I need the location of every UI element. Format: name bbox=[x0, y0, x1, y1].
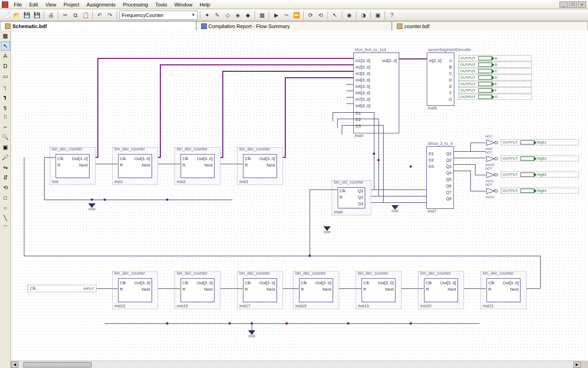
block-bin-dec-counter-inst21[interactable]: bin_dec_counter ClkROut[3..0]Next inst21 bbox=[481, 271, 526, 309]
menu-view[interactable]: View bbox=[42, 1, 60, 8]
redo-icon[interactable]: ↷ bbox=[105, 11, 114, 20]
output-pin-c[interactable]: OUTPUTC bbox=[458, 68, 532, 74]
chip-icon[interactable]: ▦ bbox=[257, 11, 266, 20]
project-select[interactable]: FrequencyCounter ▼ bbox=[119, 11, 198, 20]
tab-compilation-report[interactable]: Compilation Report - Flow Summary bbox=[196, 21, 392, 30]
block-bin-dec-counter-inst19[interactable]: bin_dec_counter ClkROut[3..0]Next inst19 bbox=[356, 271, 401, 309]
menu-tools[interactable]: Tools bbox=[152, 1, 171, 8]
block-bin-dec-counter-inst3[interactable]: bin_dec_counter Clk R Out[3..0] Next ins… bbox=[237, 147, 283, 185]
open-file-icon[interactable]: 📂 bbox=[12, 11, 21, 20]
new-file-icon[interactable]: 📄 bbox=[2, 11, 11, 20]
rect-tool-icon[interactable]: ▭ bbox=[1, 72, 10, 81]
output-pin-g[interactable]: OUTPUTG bbox=[458, 94, 532, 100]
settings-icon[interactable]: ✦ bbox=[203, 11, 212, 20]
check-icon[interactable]: ◇ bbox=[223, 11, 232, 20]
save-icon[interactable]: 💾 bbox=[22, 11, 31, 20]
ground-symbol[interactable]: GND bbox=[248, 330, 255, 339]
block-mux[interactable]: Mux_8x4_to_1x4 in1[3..0] in2[3..0] in3[3… bbox=[353, 52, 399, 133]
undo-icon[interactable]: ↶ bbox=[95, 11, 104, 20]
output-pin-a[interactable]: OUTPUTA bbox=[458, 55, 532, 61]
block-bin-dec-counter-inst15[interactable]: bin_dec_counter ClkROut[3..0]Next inst15 bbox=[112, 271, 158, 309]
ground-symbol[interactable]: GND bbox=[323, 226, 331, 235]
block-bin-oct-counter[interactable]: bin_oct_counter Clk R Q1 Q2 Q3 inst6 bbox=[332, 180, 371, 215]
orthogonal-line-icon[interactable]: ┐ bbox=[1, 82, 10, 91]
flip-h-icon[interactable]: ⇋ bbox=[1, 163, 10, 172]
window-maximize-button[interactable]: □ bbox=[569, 1, 577, 8]
output-pin-b[interactable]: OUTPUTB bbox=[458, 62, 532, 68]
output-pin-d[interactable]: OUTPUTD bbox=[458, 75, 532, 80]
horizontal-scrollbar[interactable]: ◀ ▶ bbox=[11, 361, 581, 368]
paste-icon[interactable]: 📋 bbox=[81, 11, 90, 20]
flip-v-icon[interactable]: ⇵ bbox=[1, 173, 10, 182]
copy-icon[interactable]: ⧉ bbox=[71, 11, 80, 20]
menu-project[interactable]: Project bbox=[60, 1, 83, 8]
block-bin-dec-counter-inst16[interactable]: bin_dec_counter ClkROut[3..0]Next inst16 bbox=[175, 271, 220, 309]
menu-window[interactable]: Window bbox=[171, 1, 196, 8]
tab-counter[interactable]: counter.bdf bbox=[392, 21, 588, 30]
schematic-canvas[interactable]: bin_dec_counter Clk R Out[3..0] Next ins… bbox=[11, 30, 588, 361]
output-pin-e[interactable]: OUTPUTE bbox=[458, 81, 532, 87]
menu-assignments[interactable]: Assignments bbox=[83, 1, 119, 8]
not-gate-inst10[interactable]: NOT inst10 bbox=[486, 155, 499, 162]
window-close-button[interactable]: × bbox=[578, 1, 586, 8]
scroll-right-icon[interactable]: ▶ bbox=[573, 362, 581, 368]
block-dmux[interactable]: dmux_3_to_8 D1 D2 D3 Q1 Q2 Q3 Q4 Q5 Q6 Q… bbox=[426, 146, 454, 209]
eye-icon[interactable]: ◉ bbox=[345, 11, 354, 20]
oval-draw-icon[interactable]: ○ bbox=[1, 203, 10, 213]
simulate-icon[interactable]: ⟲ bbox=[316, 11, 325, 20]
not-gate-inst9[interactable]: NOT inst9 bbox=[486, 139, 499, 146]
output-pin-digit4[interactable]: OUTPUTDigit4 bbox=[501, 188, 579, 194]
line-draw-icon[interactable]: ╲ bbox=[1, 213, 10, 223]
selection-tool-icon[interactable]: ↖ bbox=[1, 41, 10, 51]
play-icon[interactable]: ▶ bbox=[271, 11, 281, 20]
output-pin-digit1[interactable]: OUTPUTDigit1 bbox=[501, 139, 579, 145]
not-gate-inst12[interactable]: NOT inst12 bbox=[486, 187, 499, 195]
save-all-icon[interactable]: 💾 bbox=[32, 11, 41, 20]
block-bin-dec-counter-inst[interactable]: bin_dec_counter Clk R Out[3..0] Next ins… bbox=[50, 147, 96, 185]
full-screen-icon[interactable]: ▣ bbox=[1, 143, 10, 152]
timing-icon[interactable]: ⟳ bbox=[306, 11, 315, 20]
node-tool-icon[interactable]: ⎍ bbox=[1, 112, 10, 121]
not-gate-inst11[interactable]: NOT inst11 bbox=[486, 171, 499, 178]
menu-processing[interactable]: Processing bbox=[119, 1, 152, 8]
window-minimize-button[interactable]: _ bbox=[560, 1, 568, 8]
rect-draw-icon[interactable]: □ bbox=[1, 193, 10, 202]
block-bin-dec-counter-inst18[interactable]: bin_dec_counter ClkROut[3..0]Next inst18 bbox=[293, 271, 339, 309]
misc-icon[interactable]: ▣ bbox=[373, 11, 382, 20]
compile-icon[interactable]: ◈ bbox=[233, 11, 242, 20]
block-bin-dec-counter-inst1[interactable]: bin_dec_counter Clk R Out[3..0] Next ins… bbox=[112, 147, 158, 185]
ground-symbol[interactable]: GND bbox=[88, 203, 96, 212]
rotate-icon[interactable]: ⟲ bbox=[1, 183, 10, 192]
stop-icon[interactable]: ⏩ bbox=[292, 11, 301, 20]
find-icon[interactable]: 🔎 bbox=[1, 153, 10, 162]
output-pin-f[interactable]: OUTPUTF bbox=[458, 87, 532, 93]
scrollbar-track[interactable] bbox=[18, 362, 573, 368]
ground-symbol[interactable]: GND bbox=[391, 205, 399, 213]
print-icon[interactable]: 🖨 bbox=[46, 11, 56, 20]
block-bin-dec-counter-inst20[interactable]: bin_dec_counter ClkROut[3..0]Next inst20 bbox=[418, 271, 464, 309]
scroll-left-icon[interactable]: ◀ bbox=[11, 362, 18, 368]
block-bin-dec-counter-inst17[interactable]: bin_dec_counter ClkROut[3..0]Next inst17 bbox=[237, 271, 283, 309]
tab-schematic[interactable]: Schematic.bdf bbox=[0, 21, 196, 30]
scrollbar-thumb[interactable] bbox=[23, 362, 92, 368]
input-pin-clk[interactable]: Clk INPUT bbox=[28, 285, 96, 292]
block-seven-segment-decoder[interactable]: sevenSegmentDecoder in[3..0] A B C D E F… bbox=[427, 52, 454, 106]
help-icon[interactable]: ? bbox=[387, 11, 396, 20]
synthesize-icon[interactable]: ◆ bbox=[243, 11, 252, 20]
zoom-tool-icon[interactable]: 🔍 bbox=[1, 132, 10, 142]
menu-help[interactable]: Help bbox=[196, 1, 214, 8]
conduit-tool-icon[interactable]: ╗ bbox=[1, 102, 10, 111]
block-bin-dec-counter-inst2[interactable]: bin_dec_counter Clk R Out[3..0] Next ins… bbox=[175, 147, 220, 185]
menu-file[interactable]: File bbox=[10, 1, 26, 8]
partial-line-icon[interactable]: ⌐ bbox=[1, 122, 10, 132]
output-pin-digit3[interactable]: OUTPUTDigit3 bbox=[501, 172, 579, 178]
arc-draw-icon[interactable]: ⌒ bbox=[1, 224, 10, 233]
report-icon[interactable]: ◑ bbox=[359, 11, 368, 20]
menu-edit[interactable]: Edit bbox=[26, 1, 42, 8]
pointer-icon[interactable]: ↖ bbox=[330, 11, 339, 20]
bus-tool-icon[interactable]: ┓ bbox=[1, 92, 10, 101]
step-icon[interactable]: ⤳ bbox=[282, 11, 291, 20]
text-tool-icon[interactable]: A bbox=[1, 52, 10, 61]
cut-icon[interactable]: ✂ bbox=[61, 11, 70, 20]
wand-icon[interactable]: ✎ bbox=[213, 11, 222, 20]
